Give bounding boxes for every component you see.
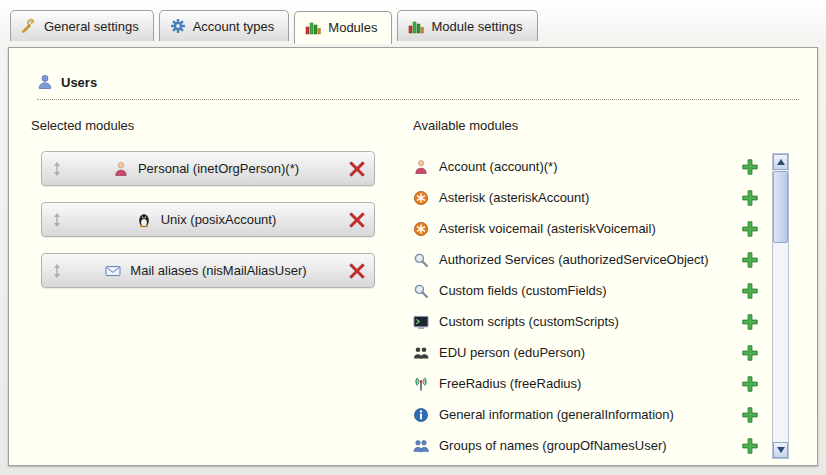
available-modules-list: Account (account)(*)Asterisk (asteriskAc…: [413, 151, 759, 461]
selected-modules-column: Selected modules Personal (inetOrgPerson…: [31, 116, 383, 461]
add-module-button[interactable]: [741, 251, 759, 269]
wrench-icon: [21, 18, 37, 34]
mail-icon: [105, 263, 121, 279]
drag-handle-icon[interactable]: [50, 212, 64, 228]
available-modules-column: Available modules Account (account)(*)As…: [413, 116, 789, 461]
add-module-button[interactable]: [741, 313, 759, 331]
available-module-asterisk: Asterisk voicemail (asteriskVoicemail): [413, 213, 759, 244]
add-module-button[interactable]: [741, 189, 759, 207]
module-entry: Mail aliases (nisMailAliasUser): [64, 263, 348, 279]
tab-bar: General settingsAccount typesModulesModu…: [0, 0, 826, 47]
remove-module-button[interactable]: [348, 160, 366, 178]
available-module-account: Account (account)(*): [413, 151, 759, 182]
person-icon: [413, 159, 429, 175]
available-module-edu: EDU person (eduPerson): [413, 337, 759, 368]
selected-module-mail[interactable]: Mail aliases (nisMailAliasUser): [41, 253, 375, 288]
available-module-asterisk: Asterisk (asteriskAccount): [413, 182, 759, 213]
available-module-custom: Custom fields (customFields): [413, 275, 759, 306]
module-label: Asterisk (asteriskAccount): [439, 190, 731, 205]
available-module-authorized: Authorized Services (authorizedServiceOb…: [413, 244, 759, 275]
tab-label: Account types: [193, 19, 275, 34]
add-module-button[interactable]: [741, 158, 759, 176]
module-label: Mail aliases (nisMailAliasUser): [130, 263, 306, 278]
gear-icon: [170, 18, 186, 34]
modules-icon: [305, 19, 321, 35]
tab-account-types[interactable]: Account types: [159, 10, 290, 41]
module-label: Personal (inetOrgPerson)(*): [138, 161, 299, 176]
section-header: Users: [37, 74, 799, 100]
add-module-button[interactable]: [741, 437, 759, 455]
terminal-icon: [413, 314, 429, 330]
info-icon: [413, 407, 429, 423]
module-label: Account (account)(*): [439, 159, 731, 174]
drag-handle-icon[interactable]: [50, 263, 64, 279]
user-icon: [37, 74, 53, 90]
penguin-icon: [136, 212, 152, 228]
module-label: FreeRadius (freeRadius): [439, 376, 731, 391]
module-label: Custom fields (customFields): [439, 283, 731, 298]
arrow-up-icon: [777, 159, 785, 165]
section-title: Users: [61, 75, 97, 90]
people-dark-icon: [413, 345, 429, 361]
group-icon: [413, 438, 429, 454]
module-label: Authorized Services (authorizedServiceOb…: [439, 252, 731, 267]
remove-module-button[interactable]: [348, 211, 366, 229]
module-settings-icon: [408, 18, 424, 34]
selected-module-unix[interactable]: Unix (posixAccount): [41, 202, 375, 237]
selected-modules-heading: Selected modules: [31, 118, 383, 133]
magnifier-icon: [413, 252, 429, 268]
module-label: Unix (posixAccount): [161, 212, 277, 227]
selected-module-personal[interactable]: Personal (inetOrgPerson)(*): [41, 151, 375, 186]
arrow-down-icon: [777, 447, 785, 453]
available-module-groups: Groups of names (groupOfNamesUser): [413, 430, 759, 461]
module-label: Asterisk voicemail (asteriskVoicemail): [439, 221, 731, 236]
asterisk-icon: [413, 190, 429, 206]
scrollbar-thumb[interactable]: [773, 171, 788, 243]
add-module-button[interactable]: [741, 282, 759, 300]
radio-icon: [413, 376, 429, 392]
module-entry: Unix (posixAccount): [64, 212, 348, 228]
available-module-general: General information (generalInformation): [413, 399, 759, 430]
module-entry: Personal (inetOrgPerson)(*): [64, 161, 348, 177]
tab-label: General settings: [44, 19, 139, 34]
add-module-button[interactable]: [741, 375, 759, 393]
tab-modules[interactable]: Modules: [294, 11, 392, 44]
add-module-button[interactable]: [741, 406, 759, 424]
magnifier-icon: [413, 283, 429, 299]
asterisk-icon: [413, 221, 429, 237]
available-modules-heading: Available modules: [413, 118, 789, 133]
add-module-button[interactable]: [741, 344, 759, 362]
tab-label: Module settings: [431, 19, 522, 34]
scrollbar-up-button[interactable]: [773, 154, 788, 170]
tab-module-settings[interactable]: Module settings: [397, 10, 537, 41]
scrollbar[interactable]: [772, 153, 789, 459]
tab-label: Modules: [328, 20, 377, 35]
module-label: General information (generalInformation): [439, 407, 731, 422]
add-module-button[interactable]: [741, 220, 759, 238]
remove-module-button[interactable]: [348, 262, 366, 280]
selected-modules-list: Personal (inetOrgPerson)(*)Unix (posixAc…: [31, 151, 383, 288]
scrollbar-down-button[interactable]: [773, 442, 788, 458]
person-icon: [113, 161, 129, 177]
content-panel: Users Selected modules Personal (inetOrg…: [8, 47, 818, 466]
module-label: Groups of names (groupOfNamesUser): [439, 438, 731, 453]
modules-columns: Selected modules Personal (inetOrgPerson…: [9, 100, 817, 461]
drag-handle-icon[interactable]: [50, 161, 64, 177]
available-modules-list-wrap: Account (account)(*)Asterisk (asteriskAc…: [413, 151, 789, 461]
module-label: Custom scripts (customScripts): [439, 314, 731, 329]
available-module-freeradius: FreeRadius (freeRadius): [413, 368, 759, 399]
tab-general-settings[interactable]: General settings: [10, 10, 154, 41]
module-label: EDU person (eduPerson): [439, 345, 731, 360]
available-module-custom: Custom scripts (customScripts): [413, 306, 759, 337]
